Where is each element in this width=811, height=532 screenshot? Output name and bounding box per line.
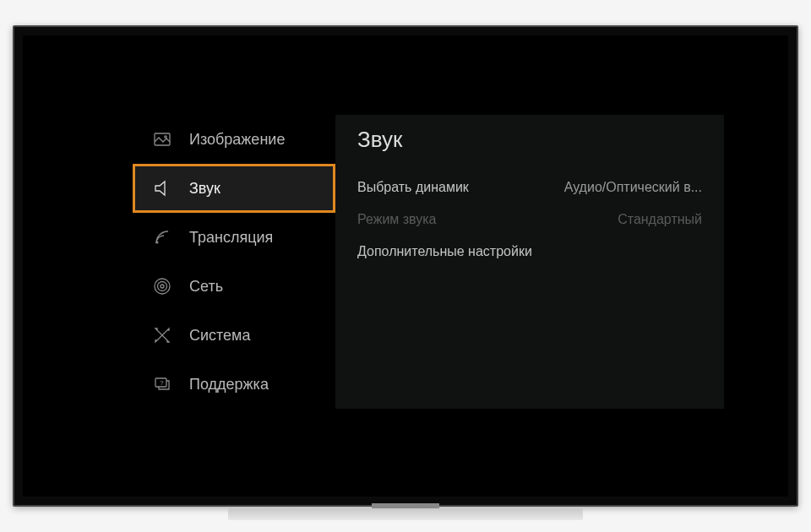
setting-row-advanced[interactable]: Дополнительные настройки: [357, 236, 702, 268]
setting-label: Дополнительные настройки: [357, 244, 532, 259]
setting-label: Выбрать динамик: [357, 180, 469, 195]
setting-value: Аудио/Оптический в...: [564, 180, 702, 195]
system-icon: [150, 323, 174, 347]
tv-stand: [228, 508, 583, 520]
tv-screen: Изображение Звук Трансляция: [23, 35, 788, 497]
sidebar-item-label: Изображение: [189, 131, 285, 149]
svg-point-3: [161, 285, 164, 288]
sidebar-item-label: Поддержка: [189, 376, 269, 394]
setting-row-mode: Режим звука Стандартный: [357, 204, 702, 236]
content-panel: Звук Выбрать динамик Аудио/Оптический в.…: [335, 115, 724, 409]
sidebar-item-broadcast[interactable]: Трансляция: [133, 213, 335, 262]
sidebar-item-label: Трансляция: [189, 229, 273, 247]
sidebar-item-label: Звук: [189, 180, 220, 198]
sidebar-item-label: Система: [189, 327, 251, 345]
tv-frame: Изображение Звук Трансляция: [13, 25, 798, 507]
settings-menu: Изображение Звук Трансляция: [133, 115, 724, 409]
svg-point-1: [165, 136, 166, 138]
setting-row-output[interactable]: Выбрать динамик Аудио/Оптический в...: [357, 171, 702, 204]
sidebar-item-picture[interactable]: Изображение: [133, 115, 335, 164]
setting-label: Режим звука: [357, 212, 437, 227]
support-icon: ?: [150, 372, 174, 396]
image-icon: [150, 128, 174, 151]
sidebar-item-sound[interactable]: Звук: [133, 164, 335, 213]
setting-value: Стандартный: [618, 212, 702, 227]
settings-sidebar: Изображение Звук Трансляция: [133, 115, 335, 409]
sidebar-item-label: Сеть: [189, 278, 223, 296]
network-icon: [150, 274, 174, 298]
svg-point-4: [158, 282, 167, 291]
svg-point-2: [156, 242, 159, 244]
svg-text:?: ?: [160, 379, 164, 387]
sidebar-item-network[interactable]: Сеть: [133, 262, 335, 311]
speaker-icon: [150, 176, 174, 200]
broadcast-icon: [150, 225, 174, 249]
svg-point-5: [155, 279, 170, 294]
sidebar-item-support[interactable]: ? Поддержка: [133, 360, 335, 409]
sidebar-item-system[interactable]: Система: [133, 311, 335, 360]
content-title: Звук: [357, 127, 702, 153]
